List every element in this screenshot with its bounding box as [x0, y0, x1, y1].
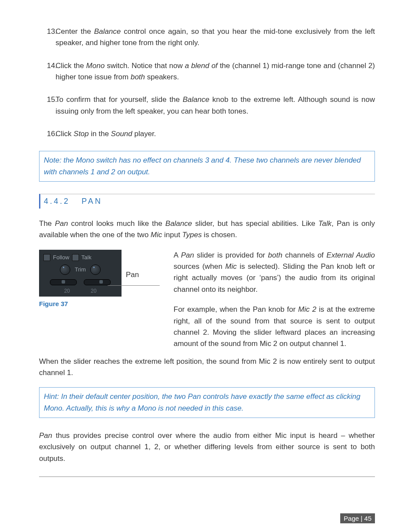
list-text: Click the Mono switch. Notice that now a…: [56, 60, 375, 83]
list-number: 14.: [39, 60, 56, 83]
talk-checkbox[interactable]: [72, 254, 79, 261]
hint-box: Hint: In their default center position, …: [39, 387, 375, 418]
follow-checkbox[interactable]: [43, 254, 50, 261]
list-number: 15.: [39, 94, 56, 117]
section-title: PAN: [82, 197, 102, 206]
list-item: 16. Click Stop in the Sound player.: [39, 128, 375, 140]
page-footer: Page | 45: [340, 513, 375, 523]
leader-line: [108, 285, 160, 286]
list-number: 16.: [39, 128, 56, 140]
section-heading: 4.4.2 PAN: [39, 194, 375, 209]
list-text: To confirm that for yourself, slide the …: [56, 94, 375, 117]
figure-right-paragraph-1: A Pan slider is provided for both channe…: [174, 250, 375, 295]
figure-caption: Figure 37: [39, 300, 174, 307]
list-item: 14. Click the Mono switch. Notice that n…: [39, 60, 375, 83]
intro-paragraph: The Pan control looks much like the Bala…: [39, 218, 375, 241]
page-number-badge: Page | 45: [340, 513, 375, 523]
list-text: Click Stop in the Sound player.: [56, 128, 375, 140]
trim-label: Trim: [75, 266, 86, 273]
figure-column: Follow Talk Trim 20 20 Pan: [39, 250, 174, 307]
trim-knob-left[interactable]: [60, 264, 70, 275]
pan-slider-right[interactable]: [84, 279, 111, 285]
figure-right-paragraph-2: For example, when the Pan knob for Mic 2…: [174, 304, 375, 349]
section-number: 4.4.2: [44, 197, 70, 206]
follow-label: Follow: [53, 254, 69, 261]
trim-knob-right[interactable]: [90, 264, 101, 275]
list-item: 15. To confirm that for yourself, slide …: [39, 94, 375, 117]
pan-slider-left[interactable]: [50, 279, 77, 285]
audio-widget: Follow Talk Trim 20 20: [39, 250, 122, 297]
footer-rule: [39, 477, 375, 477]
list-text: Center the Balance control once again, s…: [56, 26, 375, 49]
talk-label: Talk: [82, 254, 92, 261]
value-left: 20: [64, 288, 70, 294]
after-figure-paragraph: When the slider reaches the extreme left…: [39, 356, 375, 379]
note-box: Note: the Mono switch has no effect on c…: [39, 151, 375, 182]
numbered-list: 13. Center the Balance control once agai…: [39, 26, 375, 140]
value-right: 20: [91, 288, 96, 294]
closing-paragraph: Pan thus provides precise control over w…: [39, 430, 375, 464]
list-item: 13. Center the Balance control once agai…: [39, 26, 375, 49]
list-number: 13.: [39, 26, 56, 49]
pan-callout-label: Pan: [126, 271, 139, 279]
